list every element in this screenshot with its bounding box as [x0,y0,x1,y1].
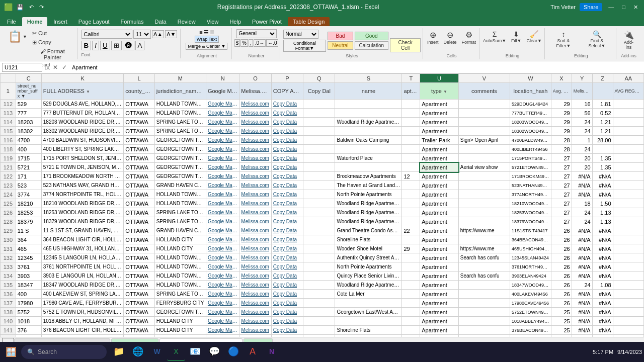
redo-btn[interactable]: ↷ [37,3,46,12]
taskbar-excel[interactable]: X [167,343,185,361]
col-p-cell: Copy Data [271,190,303,199]
col-t-header[interactable]: T [402,74,420,83]
col-t-cell [402,272,420,281]
col-n-header[interactable]: N [206,74,239,83]
style-check-cell[interactable]: Check Cell [390,38,421,52]
tab-review[interactable]: Review [173,17,201,26]
col-y-header[interactable]: Y [572,74,592,83]
col-m-header[interactable]: M [154,74,206,83]
sort-filter-btn[interactable]: ↕Sort & Filter▼ [548,29,579,49]
merge-center-btn[interactable]: Merge & Center ▼ [186,43,227,50]
scroll-area[interactable]: C K L M N O P Q S T U V W X Y Z AA [0,73,644,337]
style-neutral[interactable]: Neutral [328,41,353,50]
tab-data[interactable]: Data [149,17,171,26]
taskbar-outlook[interactable]: 📧 [186,343,204,361]
taskbar-search[interactable]: 🔍 Search [21,345,107,359]
col-k-header[interactable]: K [41,74,124,83]
align-right-btn[interactable]: ≣ [210,29,214,36]
table-row: 1321234512345 S LANGOUR LN, HOLLAND, MI … [1,253,644,262]
col-v-header[interactable]: V [458,74,510,83]
formula-confirm[interactable]: ✓ [62,64,67,71]
style-calculation[interactable]: Calculation [355,41,388,50]
col-l-header[interactable]: L [124,74,154,83]
col-u-cell: Apartment [420,226,459,235]
tab-page-layout[interactable]: Page Layout [73,17,115,26]
style-bad[interactable]: Bad [328,32,353,40]
tab-insert[interactable]: Insert [48,17,72,26]
minimize-btn[interactable]: — [606,3,616,11]
col-x-header[interactable]: X [551,74,572,83]
autosum-btn[interactable]: ΣAutoSum▼ [481,29,508,44]
maximize-btn[interactable]: □ [620,3,627,11]
tab-power-pivot[interactable]: Power Pivot [247,17,287,26]
taskbar-explorer[interactable]: 📁 [110,343,128,361]
col-w-header[interactable]: W [510,74,551,83]
formula-input[interactable] [70,64,642,70]
number-format-select[interactable]: General [236,29,277,38]
format-btn[interactable]: ⚙Format [460,29,478,46]
col-u-header[interactable]: U [420,74,459,83]
col-q-header[interactable]: Q [303,74,335,83]
percent-btn[interactable]: % [240,39,248,47]
taskbar-chrome[interactable]: 🔵 [224,343,243,361]
fill-btn[interactable]: ⬇Fill▼ [509,29,523,44]
currency-btn[interactable]: $ [234,39,240,47]
taskbar-word[interactable]: W [148,343,166,361]
tab-formulas[interactable]: Formulas [116,17,149,26]
comma-btn[interactable]: , [249,39,253,47]
delete-btn[interactable]: ⊖Delete [442,29,459,46]
clear-btn[interactable]: 🧹Clear▼ [524,29,543,44]
increase-decimal-btn[interactable]: .0→ [254,39,266,47]
decrease-decimal-btn[interactable]: ←.0 [266,39,278,47]
tab-home[interactable]: Home [22,17,48,26]
taskbar-edge[interactable]: 🌐 [129,343,147,361]
undo-btn[interactable]: ↶ [27,3,36,12]
find-select-btn[interactable]: 🔍Find & Select▼ [580,29,614,49]
wrap-text-btn[interactable]: Wrap Text [195,36,219,43]
formula-cancel[interactable]: ✕ [53,64,58,71]
col-o-header[interactable]: O [239,74,271,83]
taskbar-onenote[interactable]: N [263,343,281,361]
taskbar-teams[interactable]: 💬 [205,343,223,361]
addins-btn[interactable]: 🔌Add-ins [619,29,638,51]
col-p-header[interactable]: P [271,74,303,83]
tab-table-design[interactable]: Table Design [288,17,330,26]
col-y-cell: 24 [572,281,592,290]
copy-btn[interactable]: ⊞ Copy [30,38,75,47]
col-s-header[interactable]: S [335,74,402,83]
conditional-format-btn[interactable]: Conditional Format▼ [283,40,327,52]
cut-btn[interactable]: ✂ Cut [30,29,75,38]
paste-btn[interactable]: 📋▼ [6,29,29,44]
save-btn[interactable]: 💾 [15,3,26,12]
font-color-btn[interactable]: A [135,41,145,50]
name-box[interactable] [2,63,42,72]
bold-btn[interactable]: B [82,41,92,50]
start-btn[interactable]: 🪟 [2,343,20,361]
format-painter-btn[interactable]: 🖌 Format Painter [30,47,75,61]
border-btn[interactable]: ⊞ [111,41,122,50]
fill-color-btn[interactable]: 🅐 [123,41,134,50]
style-good[interactable]: Good [355,32,388,40]
italic-btn[interactable]: I [92,41,99,50]
col-aa-header[interactable]: AA [613,74,643,83]
underline-btn[interactable]: U [100,41,110,50]
tab-file[interactable]: File [2,17,21,26]
decrease-font-btn[interactable]: A▼ [165,30,177,38]
increase-font-btn[interactable]: A▲ [152,30,164,38]
col-p-cell: Copy Data [271,217,303,226]
align-center-btn[interactable]: ☰ [204,29,209,36]
tab-help[interactable]: Help [224,17,246,26]
col-z-header[interactable]: Z [592,74,613,83]
share-btn[interactable]: Share [580,3,602,11]
font-select[interactable]: Calibri [82,30,132,39]
col-c-header[interactable]: C [16,74,41,83]
col-x-cell: 26 [551,299,572,308]
insert-btn[interactable]: ⊕Insert [425,29,441,46]
col-o-cell: Melissa.com [239,290,271,299]
taskbar-acrobat[interactable]: A [244,343,262,361]
tab-view[interactable]: View [202,17,224,26]
align-left-btn[interactable]: ≡ [199,29,202,36]
font-size-select[interactable]: 11 [133,30,151,39]
close-btn[interactable]: ✕ [631,3,640,12]
conditional-format-select[interactable]: Normal [283,30,318,39]
